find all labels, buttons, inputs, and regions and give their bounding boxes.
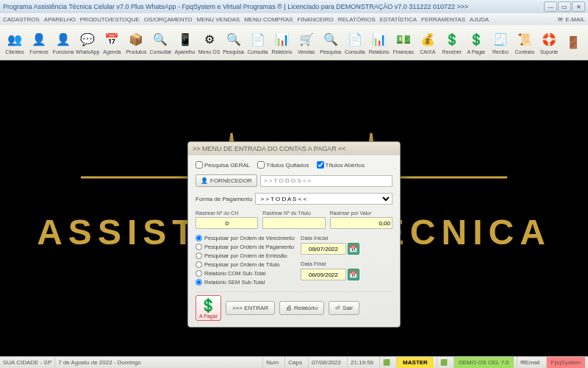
toolbar-label: WhatsApp: [76, 49, 99, 54]
toolbar-label: Recibo: [492, 49, 509, 54]
a-pagar-button[interactable]: 💲 A Pagar: [196, 295, 221, 321]
toolbar-fornece[interactable]: 👤Fornece: [27, 26, 51, 59]
status-email[interactable]: ✉ Email: [517, 357, 543, 368]
toolbar-agenda[interactable]: 📅Agenda: [100, 26, 123, 59]
toolbar-exit[interactable]: 🚪: [562, 26, 585, 59]
trace-ch-input[interactable]: [196, 217, 258, 229]
toolbar-icon: 🔍: [151, 31, 169, 49]
status-caps: Caps: [284, 357, 305, 368]
radio-ordem-emissao[interactable]: Pesquisar por Ordem de Emissão: [196, 252, 295, 259]
toolbar-whatsapp[interactable]: 💬WhatsApp: [76, 26, 99, 59]
menu-produto[interactable]: PRODUTO/ESTOQUE: [80, 16, 140, 23]
entrar-button[interactable]: >>> ENTRAR: [226, 301, 275, 315]
toolbar-label: Pesquisa: [223, 49, 244, 54]
toolbar-receber[interactable]: 💲Receber: [440, 26, 464, 59]
toolbar: 👥Clientes👤Fornece👤Funciona💬WhatsApp📅Agen…: [0, 25, 588, 60]
toolbar-a pagar[interactable]: 💲A Pagar: [465, 26, 488, 59]
radio-ordem-vencimento[interactable]: Pesquisar por Ordem de Vencimento: [196, 235, 295, 241]
menu-financeiro[interactable]: FINANCEIRO: [297, 16, 333, 23]
toolbar-label: Relatório: [369, 49, 390, 54]
toolbar-label: Vendas: [298, 49, 315, 54]
trace-titulo-input[interactable]: [262, 217, 325, 229]
toolbar-icon: 📅: [103, 31, 121, 49]
minimize-button[interactable]: —: [544, 1, 557, 12]
toolbar-label: Contrato: [515, 49, 535, 54]
radio-sem-subtotal[interactable]: Relatório SEM Sub-Total: [196, 279, 295, 286]
trace-valor-input[interactable]: [330, 217, 392, 229]
relatorio-button[interactable]: 🖨Relatório: [279, 301, 324, 315]
toolbar-label: Aparelho: [174, 49, 195, 54]
toolbar-financas[interactable]: 💵Financas: [392, 26, 415, 59]
toolbar-icon: 💲: [443, 31, 461, 49]
sair-button[interactable]: ⏎Sair: [329, 301, 359, 315]
toolbar-contrato[interactable]: 📜Contrato: [513, 26, 537, 59]
toolbar-recibo[interactable]: 🧾Recibo: [489, 26, 512, 59]
radio-ordem-pagamento[interactable]: Pesquisar por Ordem de Pagamento: [196, 244, 295, 250]
toolbar-pesquisa[interactable]: 🔍Pesquisa: [319, 26, 343, 59]
toolbar-icon: 📜: [516, 31, 534, 49]
toolbar-vendas[interactable]: 🛒Vendas: [295, 26, 318, 59]
check-titulos-quitados[interactable]: Títulos Quitados: [257, 161, 309, 169]
check-titulos-abertos[interactable]: Títulos Abertos: [317, 161, 365, 169]
maximize-button[interactable]: ▭: [558, 1, 571, 12]
status-master: MASTER: [396, 357, 434, 368]
toolbar-label: Suporte: [540, 49, 559, 54]
status-time: 21:19:56: [347, 357, 376, 368]
toolbar-icon: 👥: [6, 31, 24, 49]
menu-email[interactable]: ✉ E-MAIL: [558, 16, 585, 23]
toolbar-aparelho[interactable]: 📱Aparelho: [173, 26, 196, 59]
radio-ordem-titulo[interactable]: Pesquisar por Ordem de Título: [196, 261, 295, 268]
toolbar-suporte[interactable]: 🛟Suporte: [537, 26, 561, 59]
toolbar-relatório[interactable]: 📊Relatório: [270, 26, 294, 59]
trace-ch-label: Rastrear Nº do CH: [196, 210, 258, 216]
close-button[interactable]: ✕: [572, 1, 585, 12]
toolbar-label: Consulta: [345, 49, 365, 54]
toolbar-caixa[interactable]: 💰CAIXA: [416, 26, 440, 59]
contas-a-pagar-dialog: >> MENU DE ENTRADA DO CONTAS A PAGAR << …: [187, 141, 401, 328]
fornecedor-button[interactable]: 👤FORNECEDOR: [196, 174, 257, 187]
menu-estatistica[interactable]: ESTATÍSTICA: [380, 16, 417, 23]
forma-pagamento-select[interactable]: > > T O D A S < <: [255, 193, 392, 205]
dollar-icon: 💲: [200, 297, 216, 314]
forma-pagamento-label: Forma de Pagamento: [196, 196, 252, 202]
radio-com-subtotal[interactable]: Relatório COM Sub-Total: [196, 270, 295, 277]
toolbar-label: CAIXA: [420, 49, 435, 54]
data-inicial-label: Data Inicial: [301, 235, 359, 241]
toolbar-clientes[interactable]: 👥Clientes: [3, 26, 26, 59]
status-fpqsystem[interactable]: FpqSystem: [546, 357, 585, 368]
fornecedor-field[interactable]: [260, 175, 392, 187]
status-flag2-icon: 🟩: [437, 357, 451, 368]
menu-ajuda[interactable]: AJUDA: [470, 16, 489, 23]
toolbar-icon: 🛟: [540, 31, 558, 49]
toolbar-consultar[interactable]: 🔍Consultar: [148, 26, 172, 59]
menu-relatorios[interactable]: RELATÓRIOS: [338, 16, 376, 23]
toolbar-icon: 📄: [346, 31, 364, 49]
data-final-input[interactable]: [301, 269, 346, 280]
toolbar-funciona[interactable]: 👤Funciona: [51, 26, 75, 59]
toolbar-menu os[interactable]: ⚙Menu OS: [198, 26, 221, 59]
check-pesquisa-geral[interactable]: Pesquisa GERAL: [196, 161, 250, 169]
status-demo: DEMO OS CEL 7.0: [453, 357, 514, 368]
toolbar-produtos[interactable]: 📦Produtos: [124, 26, 148, 59]
toolbar-label: Consulta: [248, 49, 268, 54]
toolbar-pesquisa[interactable]: 🔍Pesquisa: [222, 26, 245, 59]
toolbar-relatório[interactable]: 📊Relatório: [368, 26, 391, 59]
status-flag-icon: 🟩: [379, 357, 393, 368]
toolbar-icon: 💬: [79, 31, 96, 49]
menu-compras[interactable]: MENU COMPRAS: [244, 16, 293, 23]
menu-vendas[interactable]: MENU VENDAS: [196, 16, 240, 23]
toolbar-consulta[interactable]: 📄Consulta: [343, 26, 367, 59]
menu-ferramentas[interactable]: FERRAMENTAS: [421, 16, 465, 23]
menu-os[interactable]: OS/ORÇAMENTO: [144, 16, 193, 23]
calendar-icon[interactable]: 📅: [348, 269, 359, 280]
data-inicial-input[interactable]: [301, 243, 346, 255]
menu-aparelho[interactable]: APARELHO: [44, 16, 76, 23]
menu-cadastros[interactable]: CADASTROS: [3, 16, 40, 23]
exit-icon: ⏎: [335, 305, 340, 311]
data-final-label: Data Final: [301, 261, 359, 267]
toolbar-label: Consultar: [149, 49, 171, 54]
toolbar-icon: 🚪: [564, 33, 582, 51]
toolbar-consulta[interactable]: 📄Consulta: [246, 26, 270, 59]
toolbar-icon: ⚙: [201, 31, 218, 49]
calendar-icon[interactable]: 📅: [348, 243, 359, 255]
